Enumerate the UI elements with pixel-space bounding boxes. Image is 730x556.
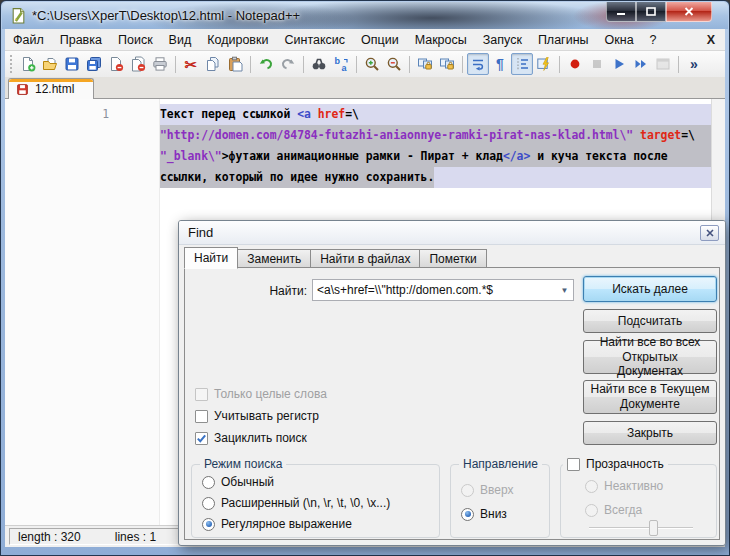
menu-help[interactable]: ?: [642, 30, 665, 50]
mode-regex-option[interactable]: Регулярное выражение: [202, 517, 352, 531]
document-close-button[interactable]: X: [707, 33, 715, 47]
mode-normal-option[interactable]: Обычный: [202, 475, 274, 489]
radio-off-icon[interactable]: [202, 476, 215, 489]
menu-window[interactable]: Окна: [597, 30, 642, 50]
radio-off-icon: [585, 480, 598, 493]
direction-up-label: Вверх: [480, 483, 513, 497]
combo-dropdown-icon[interactable]: ▼: [556, 280, 573, 300]
toolbar-separator: [409, 56, 410, 73]
find-icon[interactable]: [308, 53, 330, 75]
find-next-button[interactable]: Искать далее: [583, 276, 717, 302]
undo-icon[interactable]: [255, 53, 277, 75]
radio-on-icon[interactable]: [461, 508, 474, 521]
indent-guide-icon[interactable]: [511, 53, 533, 75]
checkbox-unchecked-icon[interactable]: [195, 410, 208, 423]
toolbar-separator: [175, 56, 176, 73]
menu-file[interactable]: Файл: [5, 30, 52, 50]
tab-find-in-files[interactable]: Найти в файлах: [311, 249, 420, 268]
checkbox-unchecked-icon[interactable]: [567, 458, 580, 471]
transparency-always-option: Всегда: [585, 503, 642, 517]
menu-macro[interactable]: Макросы: [407, 30, 475, 50]
find-all-current-doc-button[interactable]: Найти все в Текущем Документе: [583, 380, 717, 414]
checkbox-checked-icon[interactable]: [195, 432, 208, 445]
search-mode-group: Режим поиска Обычный Расширенный (\n, \r…: [191, 464, 440, 538]
redo-icon[interactable]: [277, 53, 299, 75]
menu-plugins[interactable]: Плагины: [530, 30, 597, 50]
zoom-in-icon[interactable]: [361, 53, 383, 75]
open-file-icon[interactable]: [39, 53, 61, 75]
transparency-always-label: Всегда: [604, 503, 642, 517]
tab-replace[interactable]: Заменить: [238, 249, 311, 268]
direction-group: Направление Вверх Вниз: [450, 464, 550, 538]
close-icon: [706, 229, 714, 237]
svg-text:a: a: [342, 63, 348, 73]
close-button[interactable]: [666, 2, 712, 22]
code-line-1: Текст перед ссылкой <a href=\: [160, 104, 711, 125]
mode-normal-label: Обычный: [221, 475, 274, 489]
save-all-icon[interactable]: [83, 53, 105, 75]
menu-language[interactable]: Синтаксис: [276, 30, 353, 50]
save-macro-icon: [652, 53, 674, 75]
title-bar[interactable]: *C:\Users\XperT\Desktop\12.html - Notepa…: [2, 2, 728, 29]
function-list-icon[interactable]: [533, 53, 555, 75]
find-input[interactable]: [313, 280, 556, 300]
play-macro-icon[interactable]: [608, 53, 630, 75]
menu-search[interactable]: Поиск: [110, 30, 161, 50]
menu-settings[interactable]: Опции: [353, 30, 407, 50]
cut-icon[interactable]: ✂: [180, 53, 202, 75]
paste-icon[interactable]: [224, 53, 246, 75]
replace-icon[interactable]: ba: [330, 53, 352, 75]
notepad-plus-plus-icon: [10, 7, 27, 24]
close-file-icon[interactable]: [105, 53, 127, 75]
show-all-characters-icon[interactable]: ¶: [489, 53, 511, 75]
close-find-button[interactable]: Закрыть: [583, 421, 717, 445]
radio-off-icon[interactable]: [202, 497, 215, 510]
transparency-group: Прозрачность Неактивно Всегда: [560, 464, 717, 538]
sync-horizontal-scroll-icon[interactable]: [436, 53, 458, 75]
whole-word-option: Только целые слова: [195, 387, 327, 401]
find-dialog-titlebar[interactable]: Find: [179, 221, 725, 245]
sync-vertical-scroll-icon[interactable]: [414, 53, 436, 75]
more-buttons-icon[interactable]: »: [683, 53, 705, 75]
menu-run[interactable]: Запуск: [475, 30, 530, 50]
slider-thumb[interactable]: [649, 520, 658, 536]
menu-encoding[interactable]: Кодировки: [199, 30, 276, 50]
minimize-button[interactable]: [606, 2, 636, 22]
run-macro-multiple-icon[interactable]: [630, 53, 652, 75]
svg-text:b: b: [335, 56, 341, 66]
lines-value: lines : 1: [115, 530, 156, 544]
tab-find[interactable]: Найти: [184, 247, 238, 269]
line-number-margin: 1: [5, 99, 160, 525]
wrap-search-option[interactable]: Зациклить поиск: [195, 431, 307, 445]
code-line-3: "_blank\">футажи анимационные рамки - Пи…: [160, 146, 711, 167]
mode-extended-option[interactable]: Расширенный (\n, \r, \t, \0, \x...): [202, 496, 390, 510]
menu-edit[interactable]: Правка: [52, 30, 110, 50]
code-line-4: ссылки, который по идее нужно сохранить.: [160, 167, 711, 188]
transparency-inactive-label: Неактивно: [604, 479, 663, 493]
print-icon[interactable]: [149, 53, 171, 75]
maximize-button[interactable]: [636, 2, 666, 22]
screen: *C:\Users\XperT\Desktop\12.html - Notepa…: [0, 0, 730, 556]
toolbar-separator: [356, 56, 357, 73]
close-all-icon[interactable]: [127, 53, 149, 75]
length-value: length : 320: [18, 530, 81, 544]
tab-12-html[interactable]: 12.html: [8, 78, 94, 99]
whole-word-label: Только целые слова: [214, 387, 327, 401]
word-wrap-icon[interactable]: [467, 53, 489, 75]
copy-icon[interactable]: [202, 53, 224, 75]
tab-mark[interactable]: Пометки: [420, 249, 486, 268]
checkbox-unchecked-icon: [195, 388, 208, 401]
count-button[interactable]: Подсчитать: [583, 309, 717, 333]
direction-down-option[interactable]: Вниз: [461, 507, 507, 521]
record-macro-icon[interactable]: [564, 53, 586, 75]
code-line-2: "http://domen.com/84784-futazhi-aniaonny…: [160, 125, 711, 146]
find-all-open-docs-button[interactable]: Найти все во всех Открытых Документах: [583, 340, 717, 374]
zoom-out-icon[interactable]: [383, 53, 405, 75]
radio-on-icon[interactable]: [202, 518, 215, 531]
menu-view[interactable]: Вид: [161, 30, 200, 50]
match-case-option[interactable]: Учитывать регистр: [195, 409, 319, 423]
toolbar-separator: [303, 56, 304, 73]
save-file-icon[interactable]: [61, 53, 83, 75]
find-dialog-close-button[interactable]: [700, 225, 719, 241]
new-file-icon[interactable]: [17, 53, 39, 75]
